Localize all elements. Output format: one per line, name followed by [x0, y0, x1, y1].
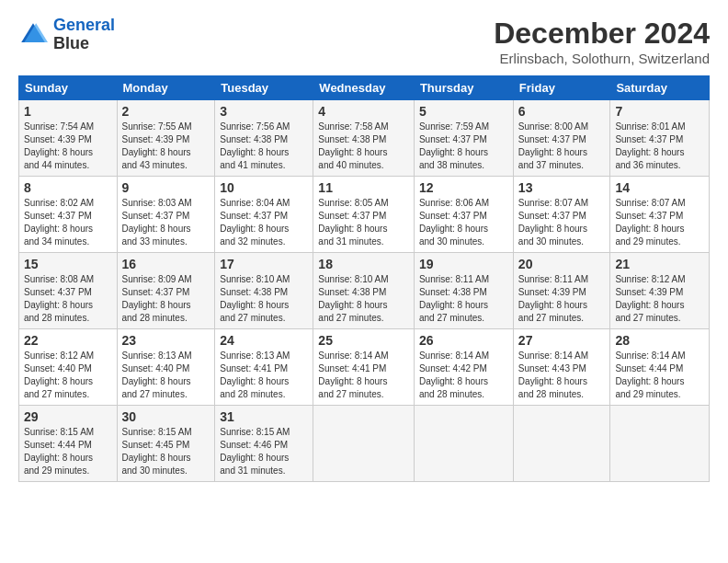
calendar-cell: 5Sunrise: 7:59 AMSunset: 4:37 PMDaylight… — [414, 100, 513, 177]
day-number: 19 — [419, 257, 508, 271]
day-info: Sunrise: 8:06 AMSunset: 4:37 PMDaylight:… — [419, 197, 508, 248]
calendar-header-tuesday: Tuesday — [215, 76, 313, 100]
calendar-cell: 23Sunrise: 8:13 AMSunset: 4:40 PMDayligh… — [117, 329, 215, 406]
calendar-cell: 10Sunrise: 8:04 AMSunset: 4:37 PMDayligh… — [215, 177, 313, 253]
calendar-cell: 21Sunrise: 8:12 AMSunset: 4:39 PMDayligh… — [610, 253, 710, 329]
day-number: 21 — [615, 257, 704, 271]
day-number: 12 — [419, 180, 508, 195]
calendar-cell: 17Sunrise: 8:10 AMSunset: 4:38 PMDayligh… — [215, 253, 313, 329]
calendar-cell: 2Sunrise: 7:55 AMSunset: 4:39 PMDaylight… — [117, 100, 215, 177]
calendar-cell: 28Sunrise: 8:14 AMSunset: 4:44 PMDayligh… — [610, 329, 710, 406]
calendar-cell: 8Sunrise: 8:02 AMSunset: 4:37 PMDaylight… — [19, 177, 118, 253]
calendar-cell: 19Sunrise: 8:11 AMSunset: 4:38 PMDayligh… — [414, 253, 513, 329]
day-number: 6 — [518, 104, 606, 119]
calendar-cell: 4Sunrise: 7:58 AMSunset: 4:38 PMDaylight… — [313, 100, 415, 177]
day-info: Sunrise: 8:15 AMSunset: 4:46 PMDaylight:… — [220, 426, 308, 477]
calendar-header-sunday: Sunday — [19, 76, 118, 100]
logo-line1: General — [53, 16, 115, 34]
calendar-cell: 27Sunrise: 8:14 AMSunset: 4:43 PMDayligh… — [513, 329, 610, 406]
calendar-header-thursday: Thursday — [414, 76, 513, 100]
day-info: Sunrise: 8:12 AMSunset: 4:40 PMDaylight:… — [24, 350, 112, 401]
day-info: Sunrise: 8:02 AMSunset: 4:37 PMDaylight:… — [24, 197, 112, 248]
calendar-cell: 29Sunrise: 8:15 AMSunset: 4:44 PMDayligh… — [19, 406, 118, 482]
day-number: 30 — [122, 409, 210, 424]
calendar-week-row: 29Sunrise: 8:15 AMSunset: 4:44 PMDayligh… — [19, 406, 710, 482]
day-number: 3 — [220, 104, 308, 119]
calendar-cell: 11Sunrise: 8:05 AMSunset: 4:37 PMDayligh… — [313, 177, 415, 253]
day-info: Sunrise: 8:05 AMSunset: 4:37 PMDaylight:… — [318, 197, 409, 248]
day-info: Sunrise: 7:56 AMSunset: 4:38 PMDaylight:… — [220, 121, 308, 172]
day-info: Sunrise: 8:11 AMSunset: 4:39 PMDaylight:… — [518, 273, 606, 325]
day-number: 7 — [615, 104, 704, 119]
day-info: Sunrise: 8:07 AMSunset: 4:37 PMDaylight:… — [518, 197, 606, 248]
day-info: Sunrise: 8:14 AMSunset: 4:42 PMDaylight:… — [419, 350, 508, 401]
day-info: Sunrise: 8:12 AMSunset: 4:39 PMDaylight:… — [615, 273, 704, 325]
calendar-cell — [414, 406, 513, 482]
calendar-week-row: 22Sunrise: 8:12 AMSunset: 4:40 PMDayligh… — [19, 329, 710, 406]
calendar-cell: 3Sunrise: 7:56 AMSunset: 4:38 PMDaylight… — [215, 100, 313, 177]
calendar-cell — [313, 406, 415, 482]
calendar-cell: 14Sunrise: 8:07 AMSunset: 4:37 PMDayligh… — [610, 177, 710, 253]
day-number: 8 — [24, 180, 112, 195]
day-number: 4 — [318, 104, 409, 119]
calendar-cell: 1Sunrise: 7:54 AMSunset: 4:39 PMDaylight… — [19, 100, 118, 177]
day-info: Sunrise: 8:04 AMSunset: 4:37 PMDaylight:… — [220, 197, 308, 248]
calendar-cell: 12Sunrise: 8:06 AMSunset: 4:37 PMDayligh… — [414, 177, 513, 253]
day-info: Sunrise: 8:10 AMSunset: 4:38 PMDaylight:… — [220, 273, 308, 325]
calendar-cell — [513, 406, 610, 482]
calendar-header-wednesday: Wednesday — [313, 76, 415, 100]
calendar-week-row: 8Sunrise: 8:02 AMSunset: 4:37 PMDaylight… — [19, 177, 710, 253]
main-title: December 2024 — [494, 17, 710, 51]
calendar-cell: 7Sunrise: 8:01 AMSunset: 4:37 PMDaylight… — [610, 100, 710, 177]
day-info: Sunrise: 8:15 AMSunset: 4:45 PMDaylight:… — [122, 426, 210, 477]
day-info: Sunrise: 8:08 AMSunset: 4:37 PMDaylight:… — [24, 273, 112, 325]
logo: General Blue — [18, 17, 115, 53]
calendar-cell: 24Sunrise: 8:13 AMSunset: 4:41 PMDayligh… — [215, 329, 313, 406]
calendar-cell: 15Sunrise: 8:08 AMSunset: 4:37 PMDayligh… — [19, 253, 118, 329]
day-number: 10 — [220, 180, 308, 195]
day-number: 23 — [122, 333, 210, 348]
day-number: 29 — [24, 409, 112, 424]
day-number: 25 — [318, 333, 409, 348]
header: General Blue December 2024 Erlinsbach, S… — [18, 17, 710, 66]
day-info: Sunrise: 8:07 AMSunset: 4:37 PMDaylight:… — [615, 197, 704, 248]
day-number: 1 — [24, 104, 112, 119]
day-info: Sunrise: 7:58 AMSunset: 4:38 PMDaylight:… — [318, 121, 409, 172]
calendar-cell: 16Sunrise: 8:09 AMSunset: 4:37 PMDayligh… — [117, 253, 215, 329]
day-number: 13 — [518, 180, 606, 195]
calendar-week-row: 15Sunrise: 8:08 AMSunset: 4:37 PMDayligh… — [19, 253, 710, 329]
calendar-cell — [610, 406, 710, 482]
day-info: Sunrise: 8:10 AMSunset: 4:38 PMDaylight:… — [318, 273, 409, 325]
day-info: Sunrise: 7:59 AMSunset: 4:37 PMDaylight:… — [419, 121, 508, 172]
day-number: 24 — [220, 333, 308, 348]
day-number: 17 — [220, 257, 308, 271]
day-number: 15 — [24, 257, 112, 271]
day-number: 16 — [122, 257, 210, 271]
calendar-header-friday: Friday — [513, 76, 610, 100]
day-number: 9 — [122, 180, 210, 195]
day-info: Sunrise: 8:14 AMSunset: 4:44 PMDaylight:… — [615, 350, 704, 401]
day-number: 27 — [518, 333, 606, 348]
calendar-cell: 18Sunrise: 8:10 AMSunset: 4:38 PMDayligh… — [313, 253, 415, 329]
calendar-header-row: SundayMondayTuesdayWednesdayThursdayFrid… — [19, 76, 710, 100]
day-number: 11 — [318, 180, 409, 195]
day-number: 2 — [122, 104, 210, 119]
day-info: Sunrise: 7:55 AMSunset: 4:39 PMDaylight:… — [122, 121, 210, 172]
day-info: Sunrise: 8:11 AMSunset: 4:38 PMDaylight:… — [419, 273, 508, 325]
day-info: Sunrise: 8:13 AMSunset: 4:40 PMDaylight:… — [122, 350, 210, 401]
day-info: Sunrise: 8:14 AMSunset: 4:41 PMDaylight:… — [318, 350, 409, 401]
day-info: Sunrise: 8:15 AMSunset: 4:44 PMDaylight:… — [24, 426, 112, 477]
title-section: December 2024 Erlinsbach, Solothurn, Swi… — [494, 17, 710, 66]
calendar-cell: 13Sunrise: 8:07 AMSunset: 4:37 PMDayligh… — [513, 177, 610, 253]
logo-text: General Blue — [53, 17, 115, 53]
subtitle: Erlinsbach, Solothurn, Switzerland — [494, 51, 710, 66]
calendar-cell: 31Sunrise: 8:15 AMSunset: 4:46 PMDayligh… — [215, 406, 313, 482]
day-number: 22 — [24, 333, 112, 348]
calendar-cell: 6Sunrise: 8:00 AMSunset: 4:37 PMDaylight… — [513, 100, 610, 177]
calendar-cell: 22Sunrise: 8:12 AMSunset: 4:40 PMDayligh… — [19, 329, 118, 406]
day-info: Sunrise: 8:03 AMSunset: 4:37 PMDaylight:… — [122, 197, 210, 248]
calendar-cell: 30Sunrise: 8:15 AMSunset: 4:45 PMDayligh… — [117, 406, 215, 482]
day-number: 14 — [615, 180, 704, 195]
calendar-cell: 9Sunrise: 8:03 AMSunset: 4:37 PMDaylight… — [117, 177, 215, 253]
day-info: Sunrise: 8:00 AMSunset: 4:37 PMDaylight:… — [518, 121, 606, 172]
